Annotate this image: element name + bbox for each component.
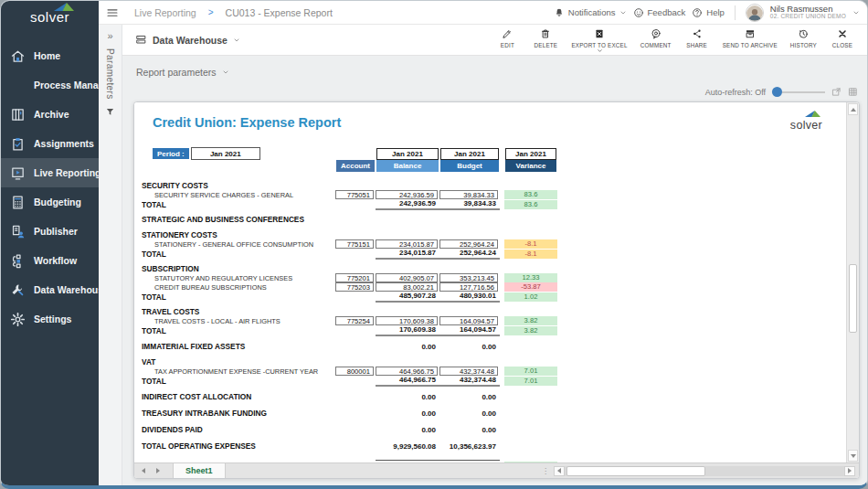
next-sheet-button[interactable] bbox=[156, 468, 160, 473]
data-source-dropdown[interactable]: Data Warehouse bbox=[135, 34, 240, 46]
archivebox-icon bbox=[745, 28, 756, 39]
sidebar-item-workflow[interactable]: Workflow bbox=[1, 246, 99, 275]
table-row: STATIONERY - GENERAL OFFICE CONSUMPTION7… bbox=[142, 239, 564, 249]
table-row: STATIONERY COSTS bbox=[142, 230, 564, 239]
user-menu[interactable]: Nils Rasmussen 02. Credit Union Demo bbox=[770, 5, 846, 20]
help-button[interactable]: Help bbox=[692, 7, 725, 18]
history-icon bbox=[798, 28, 809, 39]
feedback-button[interactable]: Feedback bbox=[633, 7, 686, 18]
table-row: TOTAL170,609.38164,094.573.82 bbox=[142, 325, 564, 335]
popout-icon[interactable] bbox=[831, 87, 842, 97]
sidebar-item-data-warehouse[interactable]: Data Warehouse bbox=[1, 275, 99, 304]
variance-cell: 1.02 bbox=[504, 292, 557, 302]
period-value[interactable]: Jan 2021 bbox=[191, 147, 260, 160]
budget-cell: 480,930.01 bbox=[439, 292, 500, 303]
report-title: Credit Union: Expense Report bbox=[153, 115, 341, 130]
balance-cell: 0.00 bbox=[376, 409, 439, 418]
account-cell: 775051 bbox=[335, 190, 374, 199]
sidebar-item-label: Publisher bbox=[34, 226, 78, 237]
export-to-excel-button[interactable]: EXPORT TO EXCEL bbox=[566, 26, 631, 55]
user-avatar[interactable] bbox=[746, 4, 764, 22]
expand-parameters-icon[interactable]: » bbox=[107, 30, 112, 41]
row-label: TOTAL bbox=[142, 250, 335, 259]
notifications-button[interactable]: Notifications bbox=[554, 7, 627, 18]
budget-cell: 0.00 bbox=[439, 409, 500, 418]
toolbar-button-label: COMMENT bbox=[640, 42, 672, 48]
sidebar-item-label: Data Warehouse bbox=[34, 284, 109, 295]
table-row: SUBSCRIPTION bbox=[142, 264, 564, 273]
account-cell: 775254 bbox=[335, 316, 374, 325]
vertical-scrollbar-thumb[interactable] bbox=[849, 264, 857, 333]
toolbar-button-label: DELETE bbox=[535, 42, 558, 48]
sidebar-item-home[interactable]: Home bbox=[1, 41, 99, 70]
sidebar-item-assignments[interactable]: Assignments bbox=[1, 129, 99, 158]
breadcrumb-section[interactable]: Live Reporting bbox=[134, 7, 196, 18]
report-card: Credit Union: Expense Report solver bbox=[134, 102, 846, 462]
horizontal-scrollbar-thumb[interactable] bbox=[566, 466, 705, 476]
filter-funnel-icon[interactable] bbox=[105, 107, 115, 117]
balance-cell: 242,936.59 bbox=[376, 199, 439, 210]
horizontal-scrollbar[interactable] bbox=[554, 466, 855, 476]
month-header-budget: Jan 2021 bbox=[440, 148, 499, 160]
close-button[interactable]: CLOSE bbox=[825, 26, 860, 49]
sidebar-item-settings[interactable]: Settings bbox=[1, 304, 99, 334]
sheet-tab[interactable]: Sheet1 bbox=[173, 463, 226, 478]
help-icon bbox=[692, 7, 703, 18]
sidebar-item-publisher[interactable]: Publisher bbox=[1, 217, 99, 246]
sidebar-item-archive[interactable]: Archive bbox=[1, 100, 99, 129]
chevron-down-icon bbox=[619, 9, 627, 16]
pencil-icon bbox=[502, 28, 513, 39]
balance-cell: 234,015.87 bbox=[376, 249, 439, 260]
auto-refresh-slider[interactable] bbox=[772, 87, 825, 97]
warehouse-icon bbox=[10, 282, 26, 298]
scroll-left-button[interactable] bbox=[554, 466, 565, 476]
hamburger-menu-icon[interactable] bbox=[106, 6, 119, 19]
row-label: DIVIDENDS PAID bbox=[142, 425, 335, 434]
share-icon bbox=[692, 28, 703, 39]
prev-sheet-button[interactable] bbox=[142, 468, 145, 473]
vertical-scrollbar[interactable] bbox=[846, 102, 859, 462]
auto-refresh-control: Auto-refresh: Off bbox=[705, 87, 858, 97]
sidebar-item-process-manager[interactable]: Process Manager bbox=[1, 70, 99, 100]
table-row: VAT bbox=[142, 357, 564, 367]
report-parameters-label: Report parameters bbox=[136, 67, 217, 78]
edit-button[interactable]: EDIT bbox=[490, 26, 524, 49]
report-parameters-dropdown[interactable]: Report parameters bbox=[136, 67, 229, 78]
send-to-archive-button[interactable]: SEND TO ARCHIVE bbox=[718, 26, 782, 49]
variance-cell: 12.33 bbox=[504, 273, 557, 282]
scroll-right-button[interactable] bbox=[844, 466, 855, 476]
variance-cell: 3.82 bbox=[504, 326, 557, 335]
table-row: TOTAL OPERATING EXPENSES9,929,560.0810,3… bbox=[142, 441, 564, 451]
row-label: TRAVEL COSTS bbox=[142, 307, 335, 316]
chevron-down-icon bbox=[852, 9, 860, 16]
balance-cell: 0.00 bbox=[376, 343, 439, 351]
parameters-panel-label[interactable]: Parameters bbox=[105, 48, 115, 100]
balance-cell: 464,966.75 bbox=[376, 376, 439, 387]
feedback-label: Feedback bbox=[648, 7, 686, 17]
slider-knob[interactable] bbox=[772, 87, 782, 97]
variance-cell: 3.82 bbox=[504, 316, 557, 325]
period-selector[interactable]: Period : Jan 2021 bbox=[153, 147, 335, 160]
scroll-up-button[interactable] bbox=[848, 103, 858, 115]
comment-button[interactable]: COMMENT bbox=[636, 26, 676, 49]
share-button[interactable]: SHARE bbox=[680, 26, 715, 49]
sheet-tab-nav bbox=[142, 468, 160, 473]
report-viewer: Credit Union: Expense Report solver bbox=[133, 101, 860, 479]
variance-cell: 83.6 bbox=[504, 200, 557, 209]
grid-view-icon[interactable] bbox=[848, 87, 858, 97]
balance-cell: 83,002.21 bbox=[376, 282, 438, 292]
toolbar-button-label: SHARE bbox=[686, 42, 707, 48]
table-row: STRATEGIC AND BUSINESS CONFERENCES bbox=[142, 215, 564, 224]
app-window: solver HomeProcess ManagerArchiveAssignm… bbox=[0, 0, 868, 489]
sidebar-item-budgeting[interactable]: Budgeting bbox=[1, 187, 99, 217]
history-button[interactable]: HISTORY bbox=[786, 26, 821, 49]
delete-button[interactable]: DELETE bbox=[528, 26, 563, 49]
budget-cell: 0.00 bbox=[439, 426, 500, 434]
scroll-down-button[interactable] bbox=[848, 450, 858, 462]
balance-cell: 170,609.38 bbox=[376, 325, 439, 336]
splitter-handle[interactable]: ⋮ bbox=[542, 467, 548, 475]
sidebar-item-live-reporting[interactable]: Live Reporting bbox=[1, 158, 99, 187]
toolbar-buttons: EDITDELETEEXPORT TO EXCELCOMMENTSHARESEN… bbox=[490, 26, 860, 55]
table-row: TOTAL485,907.28480,930.011.02 bbox=[142, 292, 564, 301]
account-cell: 775203 bbox=[335, 282, 374, 292]
